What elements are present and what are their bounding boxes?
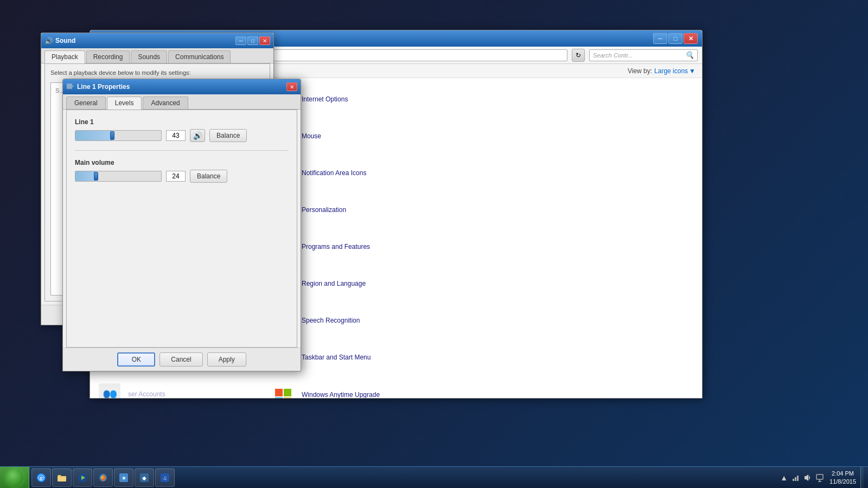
sound-app-icon: ♫ xyxy=(160,473,170,483)
start-orb xyxy=(6,469,23,486)
close-button[interactable]: ✕ xyxy=(684,33,698,44)
tab-advanced[interactable]: Advanced xyxy=(143,97,188,109)
line1-cancel-button[interactable]: Cancel xyxy=(159,352,202,367)
svg-text:◆: ◆ xyxy=(142,475,146,481)
svg-rect-82 xyxy=(795,477,796,481)
tray-icon-network[interactable] xyxy=(790,472,801,483)
tab-general[interactable]: General xyxy=(66,97,106,109)
windows-upgrade-icon xyxy=(270,381,296,398)
taskbar-item-app1[interactable]: ★ xyxy=(114,468,133,487)
sound-minimize-button[interactable]: ─ xyxy=(235,36,246,45)
line1-apply-button[interactable]: Apply xyxy=(207,352,246,367)
tab-recording[interactable]: Recording xyxy=(86,50,130,63)
svg-rect-66 xyxy=(67,84,72,89)
svg-rect-62 xyxy=(284,397,291,398)
taskbar-item-media[interactable] xyxy=(73,468,92,487)
minimize-button[interactable]: ─ xyxy=(653,33,667,44)
taskbar-label: Taskbar and Start Menu xyxy=(302,354,371,361)
svg-text:★: ★ xyxy=(122,475,126,481)
line1-ok-button[interactable]: OK xyxy=(117,352,155,367)
line1-level-control: 43 🔊 Balance xyxy=(75,129,289,142)
line1-content: Line 1 43 🔊 Balance Main volume xyxy=(66,110,297,348)
line1-footer: OK Cancel Apply xyxy=(63,348,301,371)
media-player-icon xyxy=(78,473,87,483)
svg-rect-60 xyxy=(284,389,291,396)
list-item-region[interactable]: Region and Language xyxy=(264,265,702,302)
tab-playback[interactable]: Playback xyxy=(44,50,85,63)
sound-titlebar: 🔊 Sound ─ □ ✕ xyxy=(41,33,273,48)
svg-rect-85 xyxy=(816,474,823,479)
svg-text:♫: ♫ xyxy=(163,475,167,481)
line1-balance-button[interactable]: Balance xyxy=(209,129,247,142)
svg-text:👥: 👥 xyxy=(103,387,118,398)
svg-rect-61 xyxy=(275,397,283,398)
svg-marker-84 xyxy=(805,474,808,481)
line1-level-label: Line 1 xyxy=(75,118,289,126)
tab-levels[interactable]: Levels xyxy=(107,97,142,110)
users-icon: 👥 xyxy=(97,381,123,398)
desktop: 🗂️ blurred Control Panel Items ▶ ─ □ ✕ ◀… xyxy=(0,0,868,488)
taskbar-item-sound-app[interactable]: ♫ xyxy=(155,468,175,487)
search-icon: 🔍 xyxy=(685,51,694,59)
start-button[interactable] xyxy=(0,467,29,489)
line1-title-icon xyxy=(66,82,75,92)
windows-upgrade-label: Windows Anytime Upgrade xyxy=(302,390,380,399)
personalization-label: Personalization xyxy=(302,206,346,214)
tray-show-hidden[interactable]: ▲ xyxy=(778,472,789,483)
notification-area-label: Notification Area Icons xyxy=(302,169,366,177)
svg-marker-67 xyxy=(72,85,74,87)
line1-title-text: Line 1 Properties xyxy=(77,83,284,91)
list-item-internet-options[interactable]: Internet Options xyxy=(264,81,702,118)
taskbar: e xyxy=(0,466,868,488)
list-item-windows-upgrade[interactable]: Windows Anytime Upgrade xyxy=(264,376,702,398)
taskbar-item-firefox[interactable] xyxy=(93,468,113,487)
speech-label: Speech Recognition xyxy=(302,317,360,324)
internet-options-label: Internet Options xyxy=(302,95,348,103)
view-by-control: View by: Large icons ▼ xyxy=(628,67,695,75)
sound-maximize-button[interactable]: □ xyxy=(247,36,258,45)
main-volume-row: Main volume 24 Balance xyxy=(75,159,289,183)
show-desktop-button[interactable] xyxy=(860,467,864,489)
list-item-personalization[interactable]: Personalization xyxy=(264,191,702,228)
list-item-taskbar[interactable]: Taskbar and Start Menu xyxy=(264,339,702,376)
folder-icon xyxy=(57,473,67,483)
list-item-notification-area[interactable]: Notification Area Icons xyxy=(264,155,702,191)
taskbar-item-ie[interactable]: e xyxy=(31,468,51,487)
content-spacer xyxy=(75,188,289,339)
list-item-speech[interactable]: Speech Recognition xyxy=(264,302,702,339)
main-volume-slider[interactable] xyxy=(75,171,162,182)
sound-tabs: Playback Recording Sounds Communications xyxy=(41,48,273,63)
cp-item-label: ser Accounts xyxy=(128,390,165,398)
view-by-dropdown[interactable]: Large icons ▼ xyxy=(654,67,695,75)
list-item-mouse[interactable]: Mouse xyxy=(264,118,702,155)
search-box[interactable]: Search Contr... 🔍 xyxy=(589,49,698,61)
cp-window-controls: ─ □ ✕ xyxy=(653,33,698,44)
app2-icon: ◆ xyxy=(139,473,149,483)
maximize-button[interactable]: □ xyxy=(668,33,682,44)
system-clock[interactable]: 2:04 PM 11/8/2015 xyxy=(826,470,859,485)
main-volume-balance-button[interactable]: Balance xyxy=(190,170,227,183)
taskbar-tray: ▲ xyxy=(774,467,868,488)
sound-title-icon: 🔊 xyxy=(44,37,53,45)
line1-close-button[interactable]: ✕ xyxy=(286,82,297,91)
mouse-label: Mouse xyxy=(302,132,321,140)
line1-titlebar: Line 1 Properties ✕ xyxy=(63,79,301,94)
programs-label: Programs and Features xyxy=(302,243,370,251)
line1-slider[interactable] xyxy=(75,130,162,141)
refresh-button[interactable]: ↻ xyxy=(572,49,585,62)
line1-mute-button[interactable]: 🔊 xyxy=(190,129,205,142)
tray-icon-volume[interactable] xyxy=(802,472,813,483)
firefox-icon xyxy=(98,473,108,483)
main-volume-label: Main volume xyxy=(75,159,289,166)
tab-communications[interactable]: Communications xyxy=(168,50,231,63)
tray-icon-action-center[interactable] xyxy=(814,472,825,483)
taskbar-item-folder[interactable] xyxy=(52,468,72,487)
taskbar-item-app2[interactable]: ◆ xyxy=(135,468,154,487)
list-item-programs[interactable]: ✕ Programs and Features xyxy=(264,228,702,265)
taskbar-items: e xyxy=(29,467,774,488)
tab-sounds[interactable]: Sounds xyxy=(131,50,167,63)
line1-value: 43 xyxy=(166,130,186,141)
svg-rect-81 xyxy=(793,479,794,481)
sound-close-button[interactable]: ✕ xyxy=(259,36,270,45)
list-item[interactable]: 👥 ser Accounts xyxy=(90,376,264,398)
